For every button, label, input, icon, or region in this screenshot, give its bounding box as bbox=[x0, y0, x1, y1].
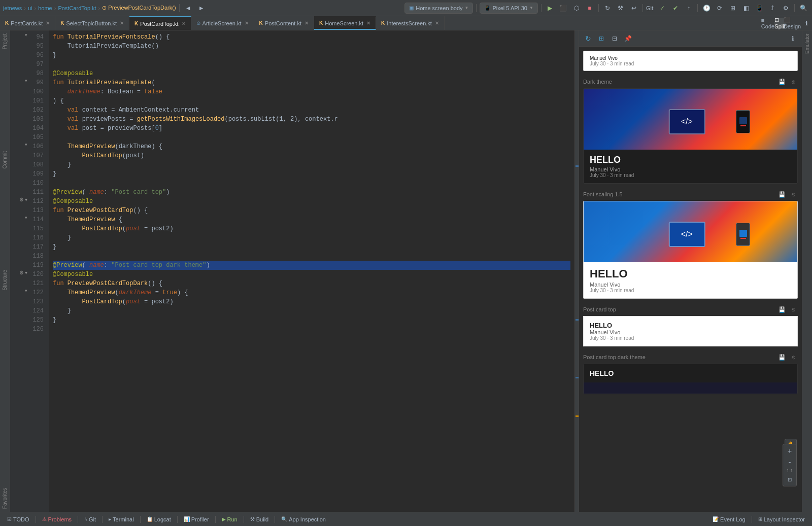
preview-pin-icon[interactable]: 📌 bbox=[623, 33, 633, 44]
fold-icon-106[interactable]: ▾ bbox=[25, 142, 27, 147]
nav-back-icon[interactable]: ◄ bbox=[183, 3, 194, 14]
share-icon[interactable]: ⤴ bbox=[767, 3, 778, 14]
git-checkmark-icon[interactable]: ✓ bbox=[657, 3, 668, 14]
git-button[interactable]: ⑃ Git bbox=[81, 515, 99, 523]
fold-icon-121[interactable]: ▾ bbox=[25, 288, 27, 293]
terminal-button[interactable]: ▸ Terminal bbox=[106, 515, 137, 523]
breadcrumb-jetnews[interactable]: jetnews bbox=[3, 5, 22, 11]
code-brackets-icon: </> bbox=[681, 117, 693, 126]
debug-icon[interactable]: ⬛ bbox=[558, 3, 569, 14]
undo-icon[interactable]: ↩ bbox=[628, 3, 639, 14]
emulator-panel-label[interactable]: Emulator bbox=[803, 30, 811, 57]
structure-panel-label[interactable]: Structure bbox=[1, 267, 9, 294]
logcat-button[interactable]: 📋 Logcat bbox=[144, 515, 174, 523]
tab-close-icon[interactable]: ✕ bbox=[182, 21, 186, 26]
zoom-fit-button[interactable]: ⊡ bbox=[784, 474, 795, 485]
breadcrumb-function[interactable]: ⊙ PreviewPostCardTopDark() bbox=[102, 5, 176, 11]
profiler-button[interactable]: 📊 Profiler bbox=[181, 515, 212, 523]
breadcrumb-home[interactable]: home bbox=[38, 5, 52, 11]
tab-close-icon[interactable]: ✕ bbox=[46, 20, 50, 26]
save-postcardtop-dark-icon[interactable]: 💾 bbox=[777, 353, 787, 362]
layers-icon[interactable]: ◧ bbox=[740, 3, 752, 14]
preview-refresh-icon[interactable]: ↻ bbox=[583, 33, 593, 44]
save-preview-icon[interactable]: 💾 bbox=[777, 77, 787, 86]
fold-icon-94[interactable]: ▾ bbox=[25, 32, 27, 38]
nav-forward-icon[interactable]: ► bbox=[196, 3, 207, 14]
top-toolbar: jetnews › ui › home › PostCardTop.kt › ⊙… bbox=[0, 0, 812, 16]
line-numbers: 94959697 9899100101 102103104105 1061071… bbox=[28, 30, 49, 512]
refresh-icon[interactable]: ⟳ bbox=[714, 3, 725, 14]
fold-icon-99[interactable]: ▾ bbox=[25, 78, 27, 83]
settings-icon-119[interactable]: ⚙ bbox=[19, 270, 24, 275]
build-icon[interactable]: ⚒ bbox=[615, 3, 626, 14]
build-button[interactable]: ⚒ Build bbox=[247, 515, 272, 523]
tab-interestsscreen[interactable]: K InterestsScreen.kt ✕ bbox=[376, 16, 445, 30]
tab-postcardtop[interactable]: K PostCardTop.kt ✕ bbox=[129, 16, 191, 30]
save-preview-fontscale-icon[interactable]: 💾 bbox=[777, 190, 787, 199]
event-log-button[interactable]: 📝 Event Log bbox=[709, 515, 749, 523]
tab-close-icon[interactable]: ✕ bbox=[366, 20, 370, 26]
logcat-label: Logcat bbox=[154, 516, 171, 522]
zoom-in-button[interactable]: + bbox=[784, 445, 795, 457]
git-push-icon[interactable]: ↑ bbox=[683, 3, 694, 14]
code-scrollbar[interactable] bbox=[574, 30, 579, 512]
zoom-reset-label[interactable]: 1:1 bbox=[784, 468, 795, 474]
tab-close-icon[interactable]: ✕ bbox=[304, 20, 309, 26]
todo-button[interactable]: ☑ TODO bbox=[4, 515, 32, 523]
breadcrumb-file[interactable]: PostCardTop.kt bbox=[58, 5, 96, 11]
tab-close-icon[interactable]: ✕ bbox=[120, 20, 124, 26]
save-postcardtop-icon[interactable]: 💾 bbox=[777, 305, 787, 314]
tab-postcards[interactable]: K PostCards.kt ✕ bbox=[0, 16, 55, 30]
small-card-author: Manuel Vivo bbox=[590, 329, 791, 335]
stop-icon[interactable]: ■ bbox=[584, 3, 595, 14]
design-view-button[interactable]: ⬛ Design bbox=[787, 18, 798, 29]
run-button[interactable]: ▶ Run bbox=[219, 515, 241, 523]
profile-icon[interactable]: ⬡ bbox=[571, 3, 582, 14]
breadcrumb-ui[interactable]: ui bbox=[28, 5, 32, 11]
fold-icon-111: ▾ bbox=[25, 197, 27, 202]
problems-button[interactable]: ⚠ Problems bbox=[39, 515, 75, 523]
app-inspection-button[interactable]: 🔍 App Inspection bbox=[278, 515, 329, 523]
device-selector-arrow: ▼ bbox=[529, 6, 533, 10]
sync-icon[interactable]: ↻ bbox=[602, 3, 613, 14]
code-view-label: ≡ Code bbox=[761, 17, 774, 29]
device-selector[interactable]: 📱 Pixel 5 API 30 ▼ bbox=[480, 3, 537, 14]
fold-icon-113[interactable]: ▾ bbox=[25, 215, 27, 220]
code-line-95: TutorialPreviewTemplate() bbox=[53, 42, 570, 51]
open-preview-fontscale-icon[interactable]: ⎋ bbox=[789, 190, 798, 199]
clock-icon[interactable]: 🕐 bbox=[701, 3, 712, 14]
code-editor[interactable]: fun TutorialPreviewFontscale() { Tutoria… bbox=[49, 30, 574, 512]
search-icon[interactable]: 🔍 bbox=[798, 3, 809, 14]
code-line-106: ThemedPreview(darkTheme) { bbox=[53, 142, 570, 151]
phone-icon[interactable]: 📱 bbox=[754, 3, 765, 14]
screen-selector[interactable]: ▣ Home screen body ▼ bbox=[404, 3, 473, 14]
tab-selecttopicbutton[interactable]: K SelectTopicButton.kt ✕ bbox=[55, 16, 129, 30]
favorites-panel-label[interactable]: Favorites bbox=[1, 485, 9, 512]
commit-panel-label[interactable]: Commit bbox=[1, 148, 9, 171]
tab-postcontent[interactable]: K PostContent.kt ✕ bbox=[254, 16, 314, 30]
preview-fontscale-group: Font scaling 1.5 💾 ⎋ </> bbox=[583, 190, 798, 299]
post-title-large: HELLO bbox=[590, 267, 791, 280]
layout-inspector-icon: ⊞ bbox=[758, 516, 762, 522]
design-view-label: ⬛ Design bbox=[784, 17, 801, 29]
tab-homescreen[interactable]: K HomeScreen.kt ✕ bbox=[314, 16, 376, 30]
zoom-out-button[interactable]: - bbox=[784, 457, 795, 468]
settings-icon[interactable]: ⚙ bbox=[780, 3, 791, 14]
open-postcardtop-dark-icon[interactable]: ⎋ bbox=[789, 353, 798, 362]
project-panel-label[interactable]: Project bbox=[1, 30, 9, 52]
open-preview-icon[interactable]: ⎋ bbox=[789, 77, 798, 86]
layout-icon[interactable]: ⊞ bbox=[727, 3, 738, 14]
preview-group-icon[interactable]: ⊟ bbox=[610, 33, 620, 44]
preview-grid-icon[interactable]: ⊞ bbox=[596, 33, 606, 44]
preview-info-icon[interactable]: ℹ bbox=[788, 33, 798, 44]
settings-tab-icon[interactable]: ℹ bbox=[801, 18, 812, 29]
open-postcardtop-icon[interactable]: ⎋ bbox=[789, 305, 798, 314]
git-tick-icon[interactable]: ✔ bbox=[670, 3, 681, 14]
tab-close-icon[interactable]: ✕ bbox=[245, 20, 249, 26]
tab-close-icon[interactable]: ✕ bbox=[435, 20, 439, 26]
code-view-button[interactable]: ≡ Code bbox=[762, 18, 773, 29]
tab-articlescreen[interactable]: ⊙ ArticleScreen.kt ✕ bbox=[191, 16, 254, 30]
layout-inspector-button[interactable]: ⊞ Layout Inspector bbox=[755, 515, 808, 523]
settings-icon-111[interactable]: ⚙ bbox=[19, 197, 24, 202]
run-icon[interactable]: ▶ bbox=[545, 3, 556, 14]
